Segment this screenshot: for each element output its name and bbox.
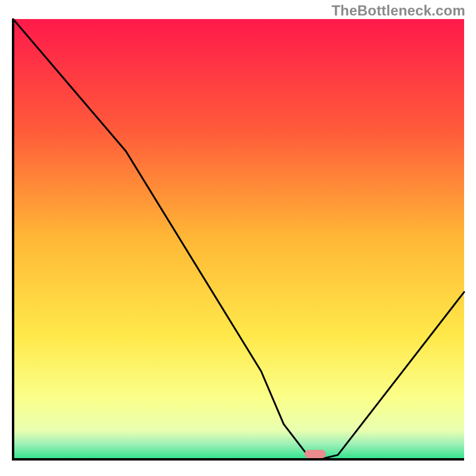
bottleneck-chart xyxy=(0,0,476,476)
watermark-text: TheBottleneck.com xyxy=(331,2,465,19)
chart-container: TheBottleneck.com xyxy=(0,0,476,476)
plot-background xyxy=(13,19,464,459)
optimal-marker xyxy=(305,450,326,458)
